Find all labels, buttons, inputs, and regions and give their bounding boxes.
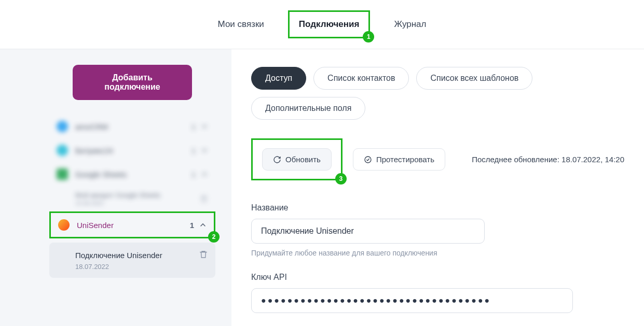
check-circle-icon [364, 155, 372, 164]
sub-connection-date: 15.06.2022 [75, 200, 200, 206]
add-connection-button[interactable]: Добавить подключение [73, 65, 192, 100]
refresh-icon [273, 155, 281, 164]
connection-count: 1 [190, 221, 194, 230]
top-tabs: Мои связки Подключения 1 Журнал [0, 0, 644, 49]
name-field-group: Название Придумайте любое название для в… [251, 203, 624, 257]
tab-connections[interactable]: Подключения 1 [288, 10, 371, 38]
name-label: Название [251, 203, 624, 212]
name-input[interactable] [251, 219, 485, 244]
pill-contacts[interactable]: Список контактов [313, 67, 409, 90]
main-area: Добавить подключение amoCRM 1 Битрикс24 … [0, 49, 644, 326]
connection-item[interactable]: Битрикс24 1 [49, 138, 215, 162]
badge-2: 2 [208, 231, 220, 243]
connection-count: 1 [191, 122, 196, 131]
section-pills: Доступ Список контактов Список всех шабл… [251, 67, 624, 120]
unisender-icon [58, 219, 70, 231]
sub-connection-date: 18.07.2022 [75, 263, 199, 271]
last-update-text: Последнее обновление: 18.07.2022, 14:20 [472, 155, 624, 164]
chevron-up-icon [199, 221, 207, 229]
badge-3: 3 [335, 173, 347, 185]
connection-count: 1 [191, 170, 196, 179]
api-key-input[interactable] [251, 288, 573, 313]
connection-label: UniSender [77, 221, 190, 230]
sub-connection-title: Мой аккаунт Google Sheets [75, 191, 200, 199]
service-icon [57, 121, 68, 132]
trash-icon[interactable] [199, 250, 208, 259]
api-label: Ключ API [251, 273, 624, 282]
refresh-label: Обновить [285, 155, 321, 164]
connection-count: 1 [191, 146, 196, 155]
badge-1: 1 [363, 31, 374, 42]
tab-connections-label: Подключения [299, 19, 360, 29]
sub-connection-unisender[interactable]: Подключение Unisender 18.07.2022 [49, 243, 215, 278]
chevron-up-icon [201, 171, 208, 178]
pill-access[interactable]: Доступ [251, 67, 306, 90]
refresh-highlight-box: Обновить 3 [251, 138, 342, 180]
service-icon [57, 145, 68, 156]
pill-extra-fields[interactable]: Дополнительные поля [251, 97, 365, 120]
test-label: Протестировать [376, 155, 434, 164]
connection-label: Google Sheets [75, 170, 191, 179]
sub-connection-title: Подключение Unisender [75, 250, 199, 261]
tab-links[interactable]: Мои связки [209, 12, 273, 37]
connection-item[interactable]: Google Sheets 1 [49, 162, 215, 186]
refresh-button[interactable]: Обновить [262, 148, 332, 171]
connection-label: Битрикс24 [75, 146, 191, 155]
pill-templates[interactable]: Список всех шаблонов [416, 67, 532, 90]
test-button[interactable]: Протестировать [353, 148, 445, 171]
chevron-down-icon [201, 147, 208, 154]
tab-journal[interactable]: Журнал [385, 12, 435, 37]
connection-item-unisender[interactable]: UniSender 1 2 [49, 211, 215, 238]
connection-item[interactable]: amoCRM 1 [49, 115, 215, 138]
api-field-group: Ключ API [251, 273, 624, 313]
action-row: Обновить 3 Протестировать Последнее обно… [251, 138, 624, 180]
service-icon [57, 168, 68, 180]
connection-label: amoCRM [75, 122, 191, 131]
sidebar: Добавить подключение amoCRM 1 Битрикс24 … [0, 49, 228, 326]
sub-connection-item[interactable]: Мой аккаунт Google Sheets 15.06.2022 [49, 186, 215, 211]
chevron-down-icon [201, 123, 208, 130]
content-panel: Доступ Список контактов Список всех шабл… [231, 49, 644, 326]
trash-icon[interactable] [200, 195, 208, 203]
name-hint: Придумайте любое название для вашего под… [251, 249, 624, 257]
svg-point-0 [365, 157, 371, 163]
